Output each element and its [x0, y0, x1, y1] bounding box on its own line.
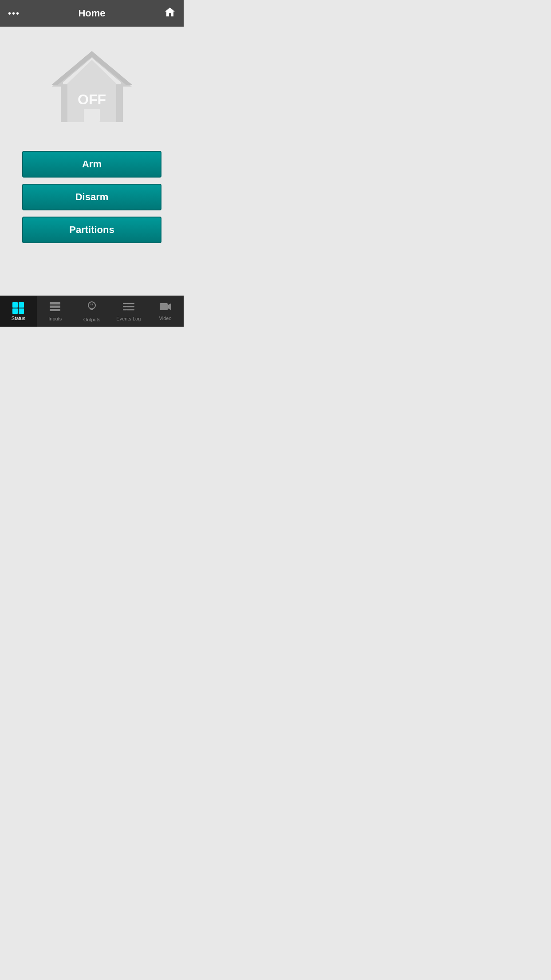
- svg-rect-13: [91, 309, 93, 310]
- action-buttons-container: Arm Disarm Partitions: [0, 151, 184, 243]
- svg-rect-7: [84, 109, 100, 122]
- events-log-icon: [123, 302, 134, 314]
- tab-video-label: Video: [159, 316, 172, 321]
- header: ••• Home: [0, 0, 184, 27]
- svg-rect-22: [160, 303, 168, 310]
- status-grid-icon: [12, 302, 24, 314]
- tab-bar: Status Inputs Outputs: [0, 296, 184, 327]
- tab-events-log-label: Events Log: [116, 316, 141, 321]
- outputs-icon: [87, 301, 97, 315]
- main-content: OFF Arm Disarm Partitions: [0, 27, 184, 296]
- video-icon: [159, 302, 172, 314]
- tab-outputs[interactable]: Outputs: [74, 296, 110, 327]
- svg-rect-10: [50, 305, 60, 308]
- tab-outputs-label: Outputs: [83, 317, 101, 322]
- tab-inputs[interactable]: Inputs: [37, 296, 74, 327]
- svg-point-12: [88, 302, 95, 309]
- arm-button[interactable]: Arm: [22, 151, 161, 178]
- tab-status[interactable]: Status: [0, 296, 37, 327]
- home-icon[interactable]: [164, 7, 176, 20]
- svg-rect-11: [50, 309, 60, 311]
- inputs-icon: [49, 302, 61, 314]
- disarm-button[interactable]: Disarm: [22, 184, 161, 210]
- svg-rect-9: [50, 302, 60, 304]
- svg-marker-23: [168, 303, 171, 310]
- house-status-icon: OFF: [47, 44, 136, 133]
- svg-text:OFF: OFF: [78, 91, 106, 107]
- menu-dots-button[interactable]: •••: [8, 8, 20, 19]
- tab-status-label: Status: [12, 316, 25, 321]
- tab-events-log[interactable]: Events Log: [110, 296, 147, 327]
- page-title: Home: [78, 8, 105, 19]
- tab-inputs-label: Inputs: [48, 316, 62, 321]
- tab-video[interactable]: Video: [147, 296, 184, 327]
- partitions-button[interactable]: Partitions: [22, 217, 161, 243]
